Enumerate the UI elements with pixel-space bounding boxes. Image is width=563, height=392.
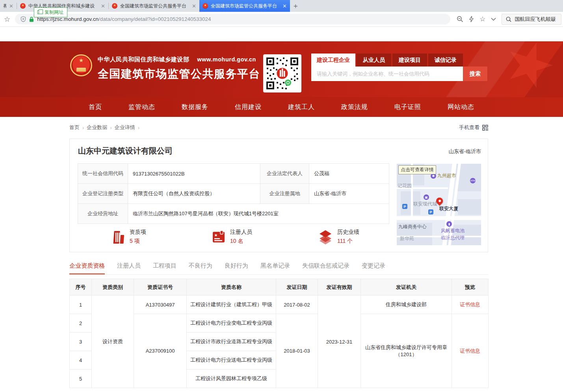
search-tab-enterprise[interactable]: 建设工程企业	[311, 54, 355, 67]
search-tab-personnel[interactable]: 从业人员	[357, 54, 391, 67]
emblem-favicon-icon	[112, 3, 117, 9]
tab-projects[interactable]: 工程项目	[153, 262, 177, 274]
chevron-down-icon[interactable]	[491, 18, 496, 21]
nav-item-site-news[interactable]: 网站动态	[448, 103, 474, 111]
tab-blacklist[interactable]: 黑名单记录	[260, 262, 290, 274]
poi-lianan-city: ▣ 联安现代城	[413, 194, 437, 207]
seq-cell: 2	[70, 314, 92, 333]
parking-icon: P	[428, 209, 433, 214]
seq-cell: 5	[70, 370, 92, 388]
map-road	[397, 216, 481, 220]
authority-cell: 山东省住房和城乡建设厅许可专用章（1201）	[361, 314, 452, 388]
browser-tab-0[interactable]: 界 ✕	[0, 0, 17, 12]
breadcrumb-company-detail[interactable]: 企业详情	[115, 124, 135, 131]
emblem-favicon-icon	[203, 3, 208, 9]
address-label: 企业经营地址	[78, 204, 128, 224]
breadcrumb-company-data[interactable]: 企业数据	[87, 124, 107, 131]
site-logo[interactable]: 中华人民共和国住房和城乡建设部www.mohurd.gov.cn 全国建筑市场监…	[70, 54, 260, 81]
nav-item-credit[interactable]: 信用建设	[235, 103, 262, 111]
domicile-label: 企业注册属地	[260, 184, 309, 204]
issue-date-cell: 2018-01-03	[276, 314, 318, 388]
category-cell: 设计资质	[92, 296, 134, 388]
chevron-right-icon: ›	[138, 125, 139, 131]
qual-name-cell: 工程设计电力行业变电工程专业丙级	[187, 314, 276, 333]
tab-close-icon[interactable]: ✕	[192, 3, 196, 9]
toolbar-icon-group: ☆	[457, 16, 496, 22]
table-header-row: 序号 资质类别 资质证书号 资质名称 发证日期 发证有效期 发证机关 预览	[70, 279, 489, 296]
breadcrumb: 首页 › 企业数据 › 企业详情 › 手机查看	[69, 124, 488, 131]
qr-mini-icon	[482, 125, 488, 131]
browser-tab-2[interactable]: 全国建筑市场监管公共服务平台 ✕	[109, 0, 199, 12]
tab-close-icon[interactable]: ✕	[9, 3, 13, 9]
search-button[interactable]: 搜索	[463, 67, 487, 81]
search-tab-credit[interactable]: 诚信记录	[428, 54, 463, 67]
tab-close-icon[interactable]: ✕	[101, 3, 105, 9]
svg-text:★: ★	[214, 233, 218, 237]
address-bar[interactable]: https://jzsc.mohurd.gov.cn/data/company/…	[15, 14, 450, 24]
tab-qualifications[interactable]: 企业资质资格	[69, 262, 105, 274]
stat-history-performance[interactable]: 历史业绩111 个	[318, 229, 359, 245]
seq-cell: 4	[70, 351, 92, 370]
tab-close-icon[interactable]: ✕	[282, 3, 287, 9]
national-emblem-icon	[70, 54, 92, 76]
search-tab-project[interactable]: 建设项目	[392, 54, 427, 67]
credit-code-value: 91371302675501022B	[128, 164, 260, 184]
map-tooltip: 点击可查看详情	[398, 165, 436, 174]
seq-cell: 1	[70, 296, 92, 314]
credit-code-label: 统一社会信用代码	[78, 164, 128, 184]
platform-title: 全国建筑市场监管公共服务平台	[98, 67, 260, 81]
qr-code	[263, 54, 301, 92]
tab-dishonesty[interactable]: 失信联合惩戒记录	[302, 262, 349, 274]
tab-good-behavior[interactable]: 良好行为	[225, 262, 248, 274]
authority-cell: 住房和城乡建设部	[361, 296, 452, 314]
tab-registered-personnel[interactable]: 注册人员	[117, 262, 141, 274]
copy-url-tooltip[interactable]: 复制网址	[34, 7, 67, 17]
seq-cell: 3	[70, 333, 92, 351]
building-icon	[111, 229, 125, 244]
location-map[interactable]: 点击可查看详情 ◉九州超市 ATM 记花园 ▣ 联安现代城 联安大厦 P P 九…	[397, 164, 481, 245]
nav-item-supervision[interactable]: 监管动态	[128, 103, 155, 111]
nav-item-workers[interactable]: 建筑工人	[288, 103, 315, 111]
poi-atm: ATM	[470, 178, 476, 183]
site-masthead: ★ 中华人民共和国住房和城乡建设部www.mohurd.gov.cn 全国建筑市…	[0, 41, 563, 97]
address-value: 临沂市兰山区陶然路107号星河晶都（联安）现代城1号楼2201室	[128, 204, 389, 224]
certificate-info-link[interactable]: 证书信息	[460, 348, 480, 354]
tab-change-records[interactable]: 变更记录	[362, 262, 385, 274]
hot-search-box[interactable]: 国航回应飞机颠簸	[502, 14, 561, 25]
keyword-search-input[interactable]	[311, 67, 463, 81]
masthead-search: 建设工程企业 从业人员 建设项目 诚信记录 搜索	[311, 54, 487, 81]
lightning-icon[interactable]	[469, 16, 474, 22]
poi-business-center: 九峰商务中心	[398, 224, 427, 230]
qual-name-cell: 工程设计风景园林工程专项乙级	[187, 370, 276, 388]
poi-garden: 记花园	[398, 183, 412, 189]
certificate-info-link[interactable]: 证书信息	[460, 301, 480, 307]
bookmark-star-icon[interactable]: ☆	[479, 16, 485, 22]
breadcrumb-home[interactable]: 首页	[69, 124, 80, 131]
reg-type-label: 企业登记注册类型	[78, 184, 128, 204]
nav-item-policy[interactable]: 政策法规	[341, 103, 368, 111]
ministry-site: www.mohurd.gov.cn	[197, 56, 256, 63]
company-name: 山东中元建筑设计有限公司	[78, 146, 173, 156]
poi-battery: 风帆蓄电池临沂总代理	[441, 227, 465, 241]
stat-registered-personnel[interactable]: ★ 注册人员10 名	[212, 229, 252, 245]
search-category-tabs: 建设工程企业 从业人员 建设项目 诚信记录	[311, 54, 487, 67]
validity-cell: 2023-12-31	[318, 296, 361, 388]
id-card-icon: ★	[212, 230, 226, 244]
main-navbar: 首页 监管动态 数据服务 信用建设 建筑工人 政策法规 电子证照 网站动态	[0, 97, 563, 117]
favorites-star-icon[interactable]: ☆	[4, 15, 10, 24]
mobile-view-link[interactable]: 手机查看	[459, 124, 488, 131]
zoom-out-icon[interactable]	[457, 16, 463, 22]
qual-name-cell: 工程设计电力行业送电工程专业丙级	[187, 351, 276, 370]
nav-item-license[interactable]: 电子证照	[394, 103, 421, 111]
browser-tab-active[interactable]: 全国建筑市场监管公共服务平台 ✕	[199, 0, 290, 12]
qualification-table: 序号 资质类别 资质证书号 资质名称 发证日期 发证有效期 发证机关 预览 1 …	[69, 279, 489, 388]
tab-bad-behavior[interactable]: 不良行为	[189, 262, 212, 274]
cert-no-cell: A237009100	[134, 314, 187, 388]
company-region: 山东省-临沂市	[449, 148, 481, 155]
nav-item-home[interactable]: 首页	[89, 103, 102, 111]
nav-item-data-service[interactable]: 数据服务	[182, 103, 208, 111]
browser-window: 界 ✕ 中华人民共和国住房和城乡建设 ✕ 全国建筑市场监管公共服务平台 ✕ 全国…	[0, 0, 563, 392]
new-tab-button[interactable]: ＋	[290, 0, 301, 12]
chevron-right-icon: ›	[82, 125, 84, 131]
stat-qualifications[interactable]: 资质项5 项	[111, 229, 146, 245]
